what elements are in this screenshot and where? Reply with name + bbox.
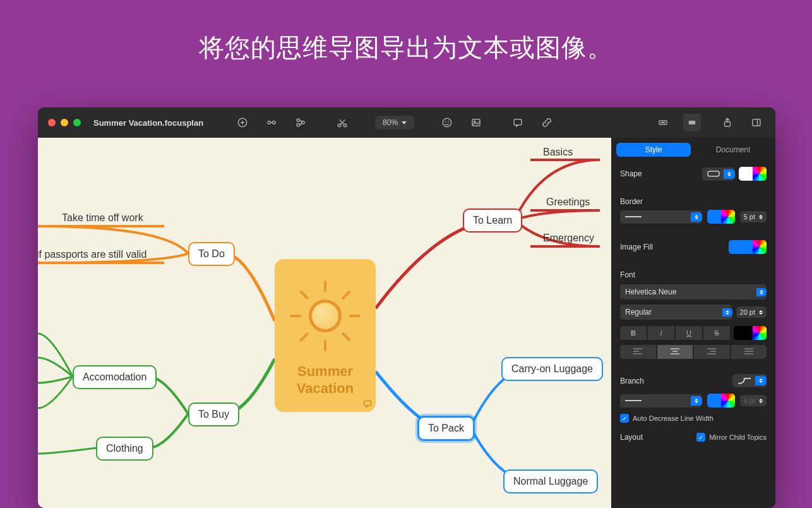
node-accomodation[interactable]: Accomodation [73,365,157,389]
svg-point-20 [661,122,662,123]
branch-line-select[interactable] [620,394,702,408]
content-area: Summer Vacation To Do Take time off work… [38,138,775,508]
section-layout: Layout ✓ Mirror Child Topics [611,428,775,453]
node-label: To Do [198,248,225,259]
leaf-emergency[interactable]: Emergency [543,233,594,244]
align-justify-button[interactable] [731,345,767,359]
italic-button[interactable]: I [648,326,674,340]
node-normal[interactable]: Normal Luggage [503,469,598,493]
node-label: Carry-on Luggage [511,363,593,374]
svg-point-3 [268,121,271,124]
branch-label: Branch [620,377,644,385]
toolbar-group-view [654,114,701,131]
node-clothing[interactable]: Clothing [96,437,153,461]
svg-rect-18 [514,119,522,125]
section-border: Border 5 pt [611,192,775,235]
leaf-passports[interactable]: if passports are still valid [38,249,146,260]
section-branch: Branch 6 pt ✓ Auto Decrease [611,369,775,428]
maximize-window-button[interactable] [73,119,81,126]
toolbar-group-edit [333,114,351,131]
central-topic-label: Summer Vacation [297,363,354,397]
svg-rect-32 [364,401,371,406]
image-button[interactable] [467,114,485,131]
close-window-button[interactable] [48,119,56,126]
tab-document[interactable]: Document [696,143,770,157]
svg-point-22 [664,122,665,123]
leaf-take-time-off[interactable]: Take time off work [62,212,143,224]
image-fill-color-picker[interactable] [729,240,767,254]
svg-point-15 [448,121,449,122]
node-label: To Buy [198,409,229,420]
more-button[interactable] [654,114,672,131]
svg-point-7 [297,124,300,127]
inspector-tabs: Style Document [611,138,775,162]
toolbar-group-attach [509,114,556,131]
mirror-topics-label: Mirror Child Topics [709,433,767,441]
minimize-window-button[interactable] [61,119,68,126]
mindmap-canvas[interactable]: Summer Vacation To Do Take time off work… [38,138,611,508]
border-style-select[interactable] [620,210,702,224]
image-fill-label: Image Fill [620,243,653,251]
node-label: To Learn [473,215,512,226]
underline-button[interactable]: U [676,326,702,340]
strike-button[interactable]: S [703,326,730,340]
add-topic-button[interactable] [234,114,251,131]
emoji-button[interactable] [438,114,456,131]
font-size-stepper[interactable]: 20 pt [736,306,767,318]
svg-rect-23 [689,121,696,124]
svg-rect-25 [753,119,760,126]
tab-style[interactable]: Style [616,143,691,157]
shape-select[interactable] [702,167,735,181]
toggle-sidebar-button[interactable] [748,114,765,131]
branch-shape-select[interactable] [732,374,767,387]
note-button[interactable] [509,114,527,131]
central-topic[interactable]: Summer Vacation [275,259,376,412]
tag-button[interactable] [683,114,701,131]
leaf-greetings[interactable]: Greetings [546,197,590,208]
svg-point-14 [446,121,446,122]
font-family-select[interactable]: Helvetica Neue [620,284,767,299]
node-tolearn[interactable]: To Learn [463,209,522,233]
node-topack[interactable]: To Pack [417,416,475,441]
check-icon: ✓ [620,414,629,423]
svg-point-4 [273,121,276,124]
cut-connection-button[interactable] [333,114,351,131]
app-window: Summer Vacation.focusplan 80% [38,107,775,508]
align-right-button[interactable] [694,345,730,359]
border-color-picker[interactable] [707,210,735,224]
shape-label: Shape [620,169,642,178]
node-label: Normal Luggage [513,476,588,487]
add-sibling-button[interactable] [263,114,280,131]
add-child-button[interactable] [292,114,309,131]
layout-label: Layout [620,433,643,442]
leaf-basics[interactable]: Basics [543,147,573,158]
shape-color-picker[interactable] [739,167,767,181]
border-width-stepper[interactable]: 5 pt [740,211,767,222]
auto-decrease-label: Auto Decrease Line Width [633,414,713,422]
bold-button[interactable]: B [620,326,647,340]
align-center-button[interactable] [657,345,693,359]
branch-color-picker[interactable] [707,394,735,408]
font-color-picker[interactable] [734,326,767,340]
font-weight-select[interactable]: Regular [620,305,732,320]
mirror-topics-checkbox[interactable]: ✓ Mirror Child Topics [696,433,767,442]
node-carryon[interactable]: Carry-on Luggage [501,357,603,381]
inspector-sidebar: Style Document Shape Border [611,138,775,508]
font-label: Font [620,270,767,279]
node-label: Clothing [106,443,143,454]
toolbar-group-insert [438,114,485,131]
node-tobuy[interactable]: To Buy [188,402,239,426]
align-left-button[interactable] [620,345,656,359]
link-button[interactable] [538,114,556,131]
branch-width-stepper[interactable]: 6 pt [740,395,767,406]
auto-decrease-checkbox[interactable]: ✓ Auto Decrease Line Width [620,414,767,423]
node-todo[interactable]: To Do [188,242,235,266]
toolbar-group-create [234,114,309,131]
zoom-dropdown[interactable]: 80% [375,116,414,130]
sun-icon [294,284,357,348]
node-label: To Pack [428,423,464,433]
share-button[interactable] [719,114,736,131]
svg-point-21 [662,122,663,123]
svg-point-13 [443,118,451,127]
titlebar: Summer Vacation.focusplan 80% [38,107,775,138]
